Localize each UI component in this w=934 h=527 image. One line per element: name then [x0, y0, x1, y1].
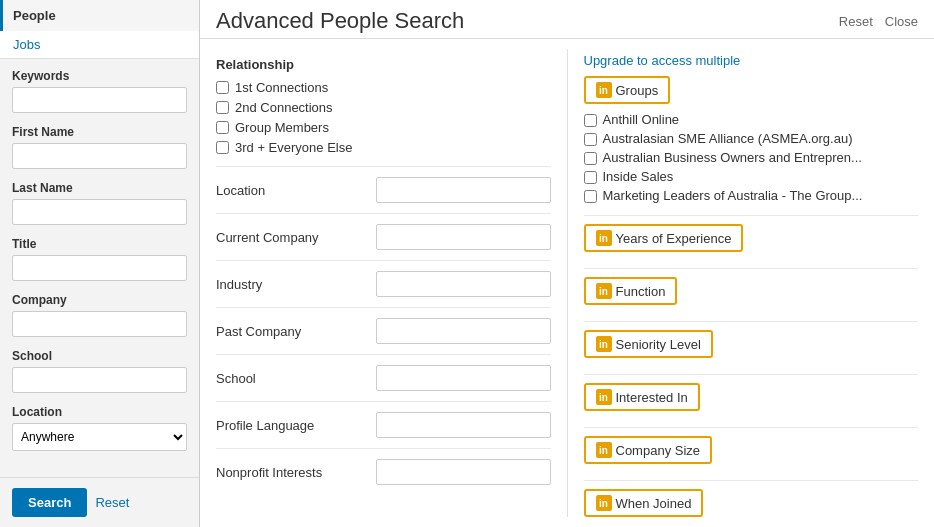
profile-language-label: Profile Language — [216, 418, 376, 433]
location-select[interactable]: Anywhere — [12, 423, 187, 451]
last-name-label: Last Name — [12, 181, 187, 195]
current-company-row: Current Company — [216, 213, 551, 260]
groups-section: Upgrade to access multiple in Groups Ant… — [584, 49, 919, 215]
checkbox-australian-business[interactable] — [584, 152, 597, 165]
header-actions: Reset Close — [839, 14, 918, 29]
main-content: Relationship 1st Connections 2nd Connect… — [200, 39, 934, 527]
sidebar-footer: Search Reset — [0, 477, 199, 527]
nonprofit-label: Nonprofit Interests — [216, 465, 376, 480]
sidebar-item-jobs[interactable]: Jobs — [0, 31, 199, 58]
group-asmea-label: Australasian SME Alliance (ASMEA.org.au) — [603, 131, 853, 146]
group-asmea: Australasian SME Alliance (ASMEA.org.au) — [584, 131, 919, 146]
title-input[interactable] — [12, 255, 187, 281]
profile-language-row: Profile Language — [216, 401, 551, 448]
when-joined-row: in When Joined — [584, 480, 919, 527]
groups-button[interactable]: in Groups — [584, 76, 671, 104]
current-company-label: Current Company — [216, 230, 376, 245]
current-company-input[interactable] — [376, 224, 551, 250]
in-badge-years: in — [596, 230, 612, 246]
function-button[interactable]: in Function — [584, 277, 678, 305]
checkbox-2nd-connections[interactable] — [216, 101, 229, 114]
checkbox-asmea[interactable] — [584, 133, 597, 146]
relationship-title: Relationship — [216, 57, 551, 72]
school-field-input[interactable] — [376, 365, 551, 391]
close-link[interactable]: Close — [885, 14, 918, 29]
group-anthill-label: Anthill Online — [603, 112, 680, 127]
past-company-label: Past Company — [216, 324, 376, 339]
interested-in-label: Interested In — [616, 390, 688, 405]
sidebar-people-label: People — [13, 8, 56, 23]
relationship-section: Relationship 1st Connections 2nd Connect… — [216, 49, 551, 166]
profile-language-input[interactable] — [376, 412, 551, 438]
upgrade-link[interactable]: Upgrade to access multiple — [584, 53, 919, 68]
right-column: Upgrade to access multiple in Groups Ant… — [568, 49, 935, 517]
in-badge-groups: in — [596, 82, 612, 98]
keywords-input[interactable] — [12, 87, 187, 113]
in-badge-function: in — [596, 283, 612, 299]
checkbox-inside-sales[interactable] — [584, 171, 597, 184]
first-name-input[interactable] — [12, 143, 187, 169]
when-joined-button[interactable]: in When Joined — [584, 489, 704, 517]
in-badge-seniority: in — [596, 336, 612, 352]
in-badge-company-size: in — [596, 442, 612, 458]
years-experience-row: in Years of Experience — [584, 215, 919, 268]
page-title: Advanced People Search — [216, 8, 464, 34]
function-label: Function — [616, 284, 666, 299]
sidebar-item-people[interactable]: People — [0, 0, 199, 31]
checkbox-group-label: Group Members — [235, 120, 329, 135]
group-anthill: Anthill Online — [584, 112, 919, 127]
school-row: School — [216, 354, 551, 401]
seniority-label: Seniority Level — [616, 337, 701, 352]
sidebar-jobs-label: Jobs — [13, 37, 40, 52]
checkbox-marketing-leaders[interactable] — [584, 190, 597, 203]
location-field-input[interactable] — [376, 177, 551, 203]
last-name-input[interactable] — [12, 199, 187, 225]
interested-in-button[interactable]: in Interested In — [584, 383, 700, 411]
reset-link[interactable]: Reset — [839, 14, 873, 29]
school-field-label: School — [216, 371, 376, 386]
checkbox-3rd-everyone[interactable] — [216, 141, 229, 154]
past-company-input[interactable] — [376, 318, 551, 344]
group-australian-business: Australian Business Owners and Entrepren… — [584, 150, 919, 165]
nonprofit-row: Nonprofit Interests — [216, 448, 551, 495]
checkbox-anthill[interactable] — [584, 114, 597, 127]
left-column: Relationship 1st Connections 2nd Connect… — [200, 49, 568, 517]
checkbox-2nd-label: 2nd Connections — [235, 100, 333, 115]
company-size-button[interactable]: in Company Size — [584, 436, 713, 464]
company-size-label: Company Size — [616, 443, 701, 458]
location-group: Location Anywhere — [12, 405, 187, 451]
checkbox-1st-label: 1st Connections — [235, 80, 328, 95]
keywords-label: Keywords — [12, 69, 187, 83]
checkbox-3rd-label: 3rd + Everyone Else — [235, 140, 352, 155]
school-input[interactable] — [12, 367, 187, 393]
last-name-group: Last Name — [12, 181, 187, 225]
first-name-label: First Name — [12, 125, 187, 139]
nonprofit-input[interactable] — [376, 459, 551, 485]
industry-row: Industry — [216, 260, 551, 307]
checkbox-group-members[interactable] — [216, 121, 229, 134]
in-badge-when-joined: in — [596, 495, 612, 511]
industry-label: Industry — [216, 277, 376, 292]
group-marketing-leaders: Marketing Leaders of Australia - The Gro… — [584, 188, 919, 203]
checkbox-1st-connections[interactable] — [216, 81, 229, 94]
function-row: in Function — [584, 268, 919, 321]
main-area: Advanced People Search Reset Close Relat… — [200, 0, 934, 527]
group-marketing-leaders-label: Marketing Leaders of Australia - The Gro… — [603, 188, 863, 203]
sidebar: People Jobs Keywords First Name Last Nam… — [0, 0, 200, 527]
search-button[interactable]: Search — [12, 488, 87, 517]
sidebar-form: Keywords First Name Last Name Title Comp… — [0, 59, 199, 477]
industry-input[interactable] — [376, 271, 551, 297]
company-input[interactable] — [12, 311, 187, 337]
school-label: School — [12, 349, 187, 363]
seniority-button[interactable]: in Seniority Level — [584, 330, 713, 358]
group-inside-sales-label: Inside Sales — [603, 169, 674, 184]
when-joined-label: When Joined — [616, 496, 692, 511]
location-label: Location — [12, 405, 187, 419]
groups-btn-label: Groups — [616, 83, 659, 98]
first-name-group: First Name — [12, 125, 187, 169]
checkbox-3rd: 3rd + Everyone Else — [216, 140, 551, 155]
interested-in-row: in Interested In — [584, 374, 919, 427]
years-experience-button[interactable]: in Years of Experience — [584, 224, 744, 252]
sidebar-nav: People Jobs — [0, 0, 199, 59]
reset-button-small[interactable]: Reset — [95, 495, 129, 510]
